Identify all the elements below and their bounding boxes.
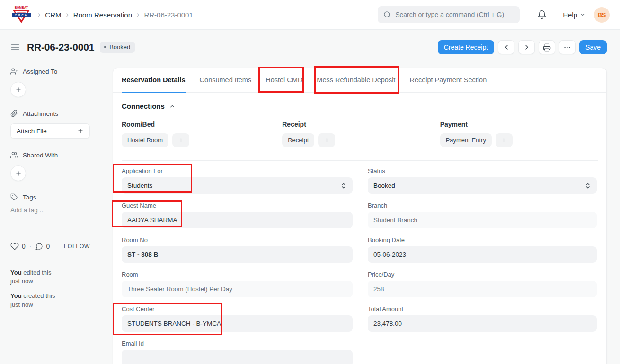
guest-name-input[interactable]: AADYA SHARMA [122,212,353,228]
link-payment-entry[interactable]: Payment Entry [440,133,492,147]
status-select[interactable]: Booked [368,177,597,194]
chevron-up-icon [169,103,176,110]
status-dot [104,46,106,48]
chevron-left-icon [503,43,510,51]
cost-center-input[interactable]: STUDENTS BRANCH - B-YMCA [122,315,353,332]
form-column-left: Application For Students Guest Name AADY… [122,167,353,364]
follow-button[interactable]: FOLLOW [64,243,90,250]
document-sidebar: Assigned To Attachments Attach File Shar… [10,68,91,315]
add-share-button[interactable] [10,165,26,181]
field-booking-date: Booking Date 05-06-2023 [368,236,597,263]
connection-group-title: Receipt [282,121,440,128]
page-header: RR-06-23-0001 Booked Create Receipt [0,37,620,58]
shared-with-section: Shared With [10,151,91,159]
plus-icon [15,87,22,93]
link-hostel-room[interactable]: Hostel Room [122,133,168,147]
chevron-down-icon [580,12,585,17]
room-no-input[interactable]: ST - 308 B [122,246,353,263]
field-status: Status Booked [368,167,597,194]
form-tabs: Reservation Details Consumed Items Hoste… [113,68,606,93]
tags-section: Tags [10,193,91,201]
activity-feed: You edited this just now You created thi… [10,269,91,309]
create-receipt-button[interactable]: Create Receipt [438,40,494,54]
ymca-logo[interactable]: BOMBAY YMCA [10,4,32,26]
breadcrumb-room-reservation[interactable]: Room Reservation [73,11,132,19]
separator-dot: · [29,243,32,250]
tab-mess-refundable-deposit[interactable]: Mess Refundable Deposit [317,68,395,93]
help-label: Help [563,11,577,19]
plus-icon [501,137,507,143]
total-amount-input[interactable]: 23,478.00 [368,315,597,332]
connection-group-room-bed: Room/Bed Hostel Room [122,121,282,147]
search-input[interactable]: Search or type a command (Ctrl + G) [378,6,520,23]
plus-icon [178,137,184,143]
activity-time: just now [10,277,72,286]
plus-icon [15,170,22,177]
status-badge: Booked [100,42,135,53]
link-receipt[interactable]: Receipt [282,133,314,147]
tag-icon [10,193,18,201]
svg-text:YMCA: YMCA [15,14,28,17]
cost-center-value: STUDENTS BRANCH - B-YMCA [127,320,221,327]
add-payment-entry-button[interactable] [496,133,513,147]
connection-group-receipt: Receipt Receipt [282,121,440,147]
user-avatar[interactable]: BS [594,7,610,23]
connections-collapse-toggle[interactable]: Connections [122,102,598,110]
svg-text:BOMBAY: BOMBAY [15,6,28,9]
connection-group-title: Room/Bed [122,121,282,128]
field-label: Price/Day [368,271,597,278]
status-value: Booked [373,182,395,189]
print-button[interactable] [539,40,555,54]
room-no-value: ST - 308 B [127,251,158,258]
add-assignment-button[interactable] [10,82,26,97]
save-button[interactable]: Save [579,40,607,54]
field-label: Email Id [122,340,353,347]
form-fields: Application For Students Guest Name AADY… [113,161,606,364]
plus-icon [324,137,330,143]
activity-entry: You created this just now [10,292,72,309]
more-options-button[interactable] [559,40,576,54]
field-price-day: Price/Day 258 [368,271,597,297]
field-label: Cost Center [122,305,353,312]
application-for-select[interactable]: Students [122,177,353,194]
breadcrumb-separator: › [137,10,139,19]
tab-receipt-payment-section[interactable]: Receipt Payment Section [409,68,487,93]
form-column-right: Status Booked Branch Student Branch Book… [368,167,597,364]
search-icon [383,11,391,18]
attachments-label: Attachments [23,110,58,117]
activity-action: edited this [23,269,51,276]
connection-group-payment: Payment Payment Entry [440,121,598,147]
field-label: Booking Date [368,236,597,243]
comment-icon[interactable] [35,243,43,251]
heart-icon[interactable] [10,242,19,251]
breadcrumb-crm[interactable]: CRM [45,11,61,19]
tab-hostel-cmd[interactable]: Hostel CMD [266,68,302,93]
notifications-button[interactable] [535,8,549,22]
attach-file-button[interactable]: Attach File [10,123,90,139]
connections-section: Connections Room/Bed Hostel Room Receipt [113,93,606,161]
help-menu[interactable]: Help [563,11,585,19]
connections-title: Connections [122,102,165,110]
add-hostel-room-button[interactable] [172,133,189,147]
prev-document-button[interactable] [498,40,514,54]
sidebar-toggle-button[interactable] [10,43,20,52]
activity-action: created this [23,292,55,299]
comments-count: 0 [46,243,50,250]
menu-icon [10,43,20,52]
add-tag-input[interactable]: Add a tag ... [10,207,91,214]
connections-groups: Room/Bed Hostel Room Receipt Receipt [122,121,598,147]
next-document-button[interactable] [518,40,535,54]
breadcrumb-separator: › [38,10,40,19]
field-label: Status [368,167,597,174]
tab-reservation-details[interactable]: Reservation Details [122,68,186,93]
field-label: Guest Name [122,202,353,209]
tags-label: Tags [23,194,36,201]
users-icon [10,151,18,159]
add-receipt-button[interactable] [318,133,335,147]
top-navbar: BOMBAY YMCA › CRM › Room Reservation › R… [0,0,620,30]
tab-consumed-items[interactable]: Consumed Items [200,68,252,93]
email-id-input[interactable] [122,350,353,364]
booking-date-input[interactable]: 05-06-2023 [368,246,597,263]
price-day-value: 258 [373,286,384,293]
field-guest-name: Guest Name AADYA SHARMA [122,202,353,228]
